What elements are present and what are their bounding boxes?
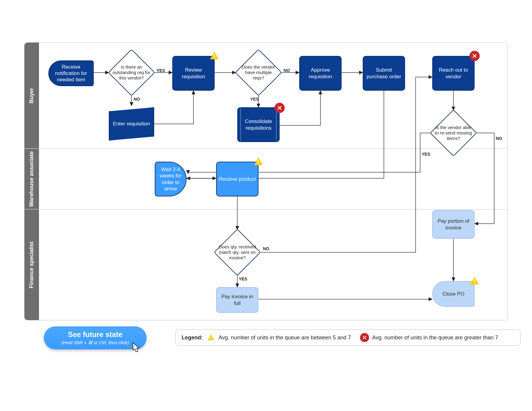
svg-rect-14 — [211, 338, 211, 339]
edge-label-no: NO — [134, 97, 140, 102]
diagram-canvas: Buyer Warehouse associate Finance specia… — [24, 42, 508, 345]
legend: Legend: Avg. number of units in the queu… — [175, 329, 521, 346]
node-label: Submit purchase order — [365, 67, 403, 80]
node-receive-product[interactable]: Receive product — [216, 162, 258, 196]
node-vendor-resend[interactable]: Is the vendor able to re-send missing it… — [431, 110, 476, 156]
edge-label-yes: YES — [157, 68, 165, 73]
svg-rect-13 — [211, 336, 211, 338]
node-label: Close PO — [443, 291, 465, 297]
edge-label-no: NO — [263, 246, 269, 251]
node-label: Wait 2-4 weeks for order to arrive — [157, 166, 184, 192]
lane-label: Finance specialist — [29, 241, 35, 288]
svg-rect-11 — [474, 279, 475, 282]
warning-icon — [209, 51, 219, 61]
node-label: Pay portion of invoice — [435, 218, 472, 231]
node-enter-requisition[interactable]: Enter requisition — [109, 107, 154, 141]
lane-label: Buyer — [29, 88, 35, 103]
node-review-requisition[interactable]: Review requisition — [172, 56, 215, 91]
node-label: Is the vendor able to re-send missing it… — [434, 125, 473, 141]
warning-icon — [469, 276, 480, 286]
edge-label-yes: YES — [239, 277, 247, 281]
legend-text: Avg. number of units in the queue are be… — [219, 335, 351, 341]
error-icon — [469, 51, 480, 61]
node-reach-out-vendor[interactable]: Reach out to vendor — [432, 56, 475, 91]
node-label: Receive product — [219, 176, 256, 182]
button-title: See future state — [68, 330, 122, 339]
lane-header-warehouse: Warehouse associate — [24, 149, 39, 209]
svg-rect-8 — [214, 57, 215, 58]
lane-header-finance: Finance specialist — [24, 209, 39, 320]
error-icon — [274, 103, 285, 113]
svg-rect-9 — [258, 160, 259, 163]
node-qty-match[interactable]: Does qty. received match qty. sent on in… — [215, 230, 260, 275]
node-outstanding-req[interactable]: Is there an outstanding req for this ven… — [109, 50, 154, 95]
node-label: Does the vendor have multiple reqs? — [239, 64, 278, 81]
legend-item-warn: Avg. number of units in the queue are be… — [206, 333, 351, 342]
lane-label: Warehouse associate — [29, 151, 35, 206]
lane-separator — [39, 209, 508, 209]
node-label: Approve requisition — [302, 67, 339, 80]
error-icon — [360, 333, 369, 342]
node-label: Enter requisition — [113, 121, 150, 127]
node-submit-po[interactable]: Submit purchase order — [363, 56, 405, 91]
node-label: Does qty. received match qty. sent on in… — [218, 244, 257, 261]
svg-rect-12 — [474, 282, 475, 283]
lane-header-buyer: Buyer — [24, 43, 39, 148]
node-label: Review requisition — [175, 67, 212, 80]
node-label: Reach out to vendor — [435, 67, 472, 80]
svg-rect-10 — [258, 163, 259, 164]
node-label: Pay invoice in full — [219, 293, 256, 306]
node-multiple-reqs[interactable]: Does the vendor have multiple reqs? — [236, 50, 281, 95]
edge-label-no: NO — [496, 136, 502, 141]
button-subtitle: (Hold Shift + ⌘ or Ctrl, then click) — [62, 340, 129, 345]
node-receive-notification[interactable]: Receive notification for needed item — [48, 60, 94, 86]
node-approve-requisition[interactable]: Approve requisition — [299, 56, 342, 91]
node-close-po[interactable]: Close PO — [432, 281, 475, 307]
edge-label-yes: YES — [422, 152, 430, 157]
node-label: Consolidate requisitions — [240, 118, 277, 131]
svg-rect-7 — [214, 54, 215, 57]
node-pay-portion[interactable]: Pay portion of invoice — [432, 210, 475, 239]
warning-icon — [206, 333, 216, 342]
node-label: Receive notification for needed item — [51, 64, 91, 83]
warning-icon — [253, 157, 264, 167]
legend-title: Legend: — [182, 335, 203, 341]
legend-text: Avg. number of units in the queue are gr… — [372, 335, 498, 341]
edge-label-yes: YES — [250, 97, 259, 102]
legend-item-err: Avg. number of units in the queue are gr… — [360, 333, 498, 342]
node-pay-full[interactable]: Pay invoice in full — [216, 287, 258, 313]
node-label: Is there an outstanding req for this ven… — [112, 64, 151, 81]
node-consolidate[interactable]: Consolidate requisitions — [237, 107, 280, 142]
node-wait-weeks[interactable]: Wait 2-4 weeks for order to arrive — [155, 162, 187, 196]
edge-label-no: NO — [284, 68, 290, 73]
cursor-icon — [130, 341, 142, 356]
